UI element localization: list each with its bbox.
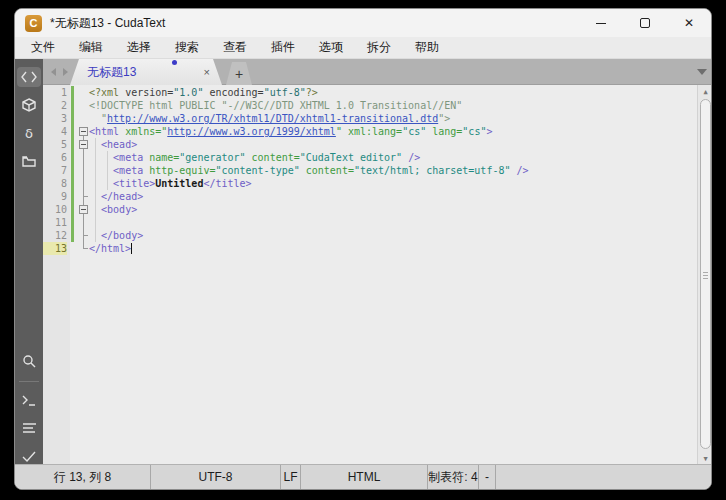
sidebar-item-validate[interactable]: [17, 446, 41, 466]
status-lexer[interactable]: HTML: [301, 465, 428, 489]
status-bar: 行 13, 列 8 UTF-8 LF HTML 制表符: 4 -: [15, 464, 711, 489]
sidebar-item-output[interactable]: [17, 418, 41, 438]
folder-icon: [22, 155, 36, 167]
sidebar-item-search[interactable]: [17, 351, 41, 371]
code-line[interactable]: </html>: [89, 242, 131, 255]
fold-toggle-html[interactable]: [79, 127, 88, 136]
tab-modified-dot: [172, 60, 177, 65]
menu-edit[interactable]: 编辑: [73, 37, 109, 58]
code-line[interactable]: <!DOCTYPE html PUBLIC "-//W3C//DTD XHTML…: [89, 99, 462, 112]
window-title: *无标题13 - CudaText: [50, 15, 165, 32]
status-message: [496, 465, 711, 489]
side-toolbar: δ: [15, 59, 43, 466]
fold-toggle-body[interactable]: [79, 205, 88, 214]
check-icon: [22, 451, 36, 462]
code-line[interactable]: <title>Untitled</title>: [89, 177, 252, 190]
fold-end: [83, 196, 88, 197]
code-icon: [21, 71, 37, 83]
status-tab-size[interactable]: 制表符: 4: [428, 465, 479, 489]
code-line[interactable]: <html xmlns="http://www.w3.org/1999/xhtm…: [89, 125, 492, 138]
sidebar-item-code[interactable]: [17, 67, 41, 87]
minimize-button[interactable]: [579, 9, 623, 37]
code-line[interactable]: </head>: [89, 190, 143, 203]
menu-plugins[interactable]: 插件: [265, 37, 301, 58]
code-line[interactable]: <meta name="generator" content="CudaText…: [89, 151, 420, 164]
tab-close-icon[interactable]: ×: [204, 66, 210, 78]
fold-end: [83, 248, 88, 249]
menu-bar: 文件 编辑 选择 搜索 查看 插件 选项 拆分 帮助: [15, 37, 711, 59]
list-icon: [22, 423, 37, 434]
tab-scroll-left-icon[interactable]: [51, 68, 56, 76]
terminal-icon: [22, 395, 37, 406]
menu-view[interactable]: 查看: [217, 37, 253, 58]
fold-rail: [83, 136, 84, 249]
maximize-icon: [640, 18, 650, 28]
status-line-endings[interactable]: LF: [281, 465, 301, 489]
scroll-up-icon[interactable]: ▲: [698, 86, 712, 98]
status-caret-position[interactable]: 行 13, 列 8: [15, 465, 151, 489]
code-line[interactable]: <body>: [89, 203, 137, 216]
code-editor[interactable]: 12345678910111213 <?xml version="1.0" en…: [43, 85, 712, 466]
sidebar-divider: [19, 381, 39, 382]
code-line[interactable]: <meta http-equiv="content-type" content=…: [89, 164, 529, 177]
app-icon: C: [25, 15, 42, 32]
text-caret: [131, 243, 132, 254]
scrollbar-grip: [703, 270, 708, 279]
maximize-button[interactable]: [623, 9, 667, 37]
cube-icon: [22, 98, 36, 112]
menu-split[interactable]: 拆分: [361, 37, 397, 58]
tab-bar: 无标题13 × +: [43, 59, 712, 85]
delta-icon: δ: [25, 126, 33, 141]
menu-search[interactable]: 搜索: [169, 37, 205, 58]
code-line[interactable]: "http://www.w3.org/TR/xhtml1/DTD/xhtml1-…: [89, 112, 450, 125]
tab-untitled13[interactable]: 无标题13 ×: [70, 59, 222, 85]
menu-file[interactable]: 文件: [25, 37, 61, 58]
sidebar-item-files[interactable]: [17, 151, 41, 171]
scrollbar-thumb[interactable]: [700, 99, 711, 449]
content-area: 无标题13 × + 12345678910111213: [43, 59, 712, 466]
main-area: δ: [15, 59, 711, 466]
app-window: C *无标题13 - CudaText ✕ 文件 编辑 选择 搜索 查看 插件 …: [14, 8, 712, 490]
sidebar-item-plugins[interactable]: [17, 95, 41, 115]
fold-toggle-head[interactable]: [79, 140, 88, 149]
tab-list-chevron-icon[interactable]: [697, 69, 707, 75]
code-lines: <?xml version="1.0" encoding="utf-8"?><!…: [89, 85, 697, 466]
search-icon: [22, 354, 36, 368]
status-selection[interactable]: -: [479, 465, 496, 489]
close-button[interactable]: ✕: [667, 9, 711, 37]
code-line[interactable]: <head>: [89, 138, 137, 151]
fold-end: [83, 235, 88, 236]
code-line[interactable]: </body>: [89, 229, 143, 242]
close-icon: ✕: [684, 17, 694, 29]
sidebar-item-snippets[interactable]: δ: [17, 123, 41, 143]
tab-label: 无标题13: [87, 64, 204, 81]
title-bar: C *无标题13 - CudaText ✕: [15, 9, 711, 37]
tab-scroll-right-icon[interactable]: [63, 68, 68, 76]
menu-options[interactable]: 选项: [313, 37, 349, 58]
status-encoding[interactable]: UTF-8: [151, 465, 281, 489]
vertical-scrollbar[interactable]: ▲ ▼: [697, 85, 712, 466]
menu-selection[interactable]: 选择: [121, 37, 157, 58]
menu-help[interactable]: 帮助: [409, 37, 445, 58]
code-line[interactable]: <?xml version="1.0" encoding="utf-8"?>: [89, 86, 318, 99]
new-tab-button[interactable]: +: [226, 62, 252, 85]
sidebar-item-console[interactable]: [17, 390, 41, 410]
minimize-icon: [596, 23, 606, 24]
